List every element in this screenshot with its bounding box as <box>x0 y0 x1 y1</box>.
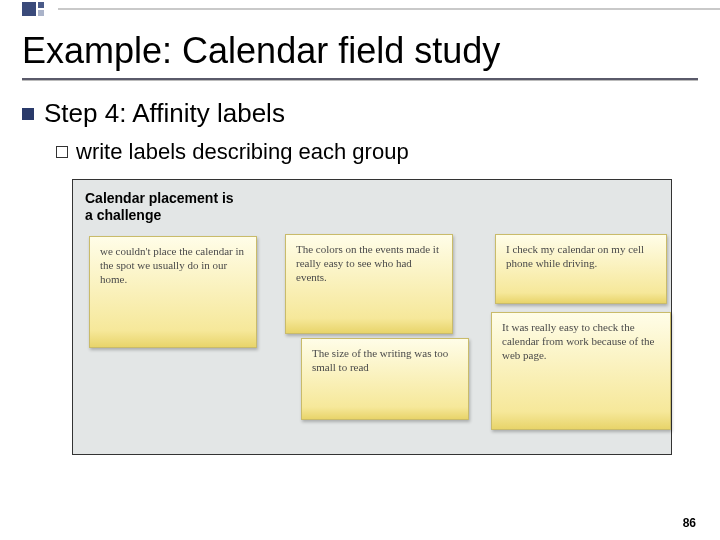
affinity-panel: Calendar placement is a challenge we cou… <box>72 179 672 455</box>
top-divider <box>58 8 720 10</box>
sticky-note: I check my calendar on my cell phone whi… <box>495 234 667 304</box>
sticky-note: The size of the writing was too small to… <box>301 338 469 420</box>
slide-top-decoration <box>0 0 720 18</box>
bullet-text: Step 4: Affinity labels <box>44 98 285 129</box>
page-number: 86 <box>683 516 696 530</box>
subbullet-text: write labels describing each group <box>76 139 409 165</box>
square-bullet-icon <box>22 108 34 120</box>
bullet-level-2: write labels describing each group <box>56 139 698 165</box>
slide-title: Example: Calendar field study <box>22 30 720 72</box>
group-label: Calendar placement is a challenge <box>85 190 245 224</box>
open-square-bullet-icon <box>56 146 68 158</box>
sticky-note: It was really easy to check the calendar… <box>491 312 671 430</box>
sticky-note: we couldn't place the calendar in the sp… <box>89 236 257 348</box>
subbullet-rest: labels describing each group <box>122 139 408 164</box>
corner-squares-icon <box>22 2 44 16</box>
bullet-level-1: Step 4: Affinity labels <box>22 98 698 129</box>
slide-body: Step 4: Affinity labels write labels des… <box>0 80 720 455</box>
subbullet-prefix: write <box>76 139 122 164</box>
sticky-note: The colors on the events made it really … <box>285 234 453 334</box>
sticky-notes-area: we couldn't place the calendar in the sp… <box>87 234 657 444</box>
